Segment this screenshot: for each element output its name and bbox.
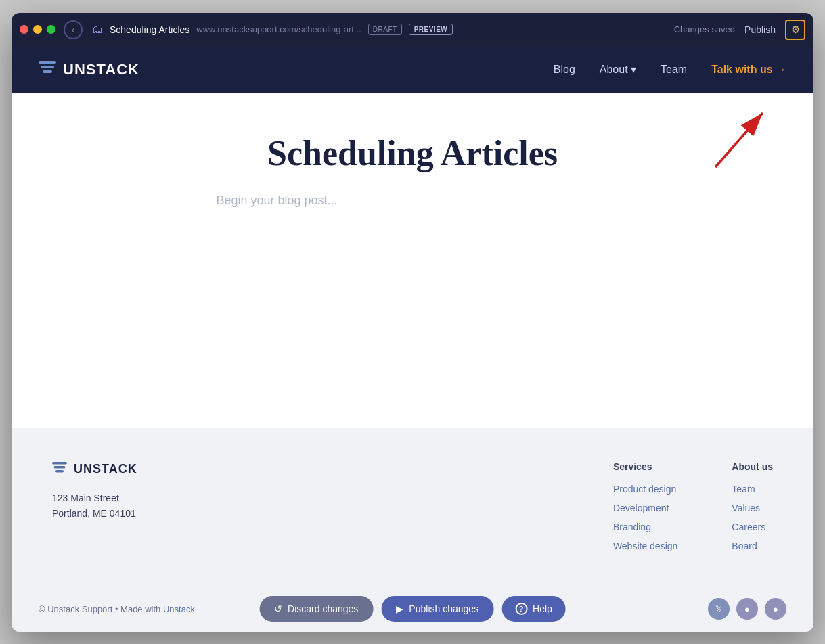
- page-title-label: Scheduling Articles: [110, 24, 189, 35]
- nav-cta[interactable]: Talk with us →: [711, 64, 786, 76]
- publish-top-button[interactable]: Publish: [744, 24, 776, 35]
- list-item: Product design: [613, 483, 677, 495]
- footer-logo-icon: [52, 461, 67, 477]
- social-icon-3[interactable]: ●: [765, 598, 786, 620]
- list-item: Board: [732, 540, 773, 552]
- footer-services-col: Services Product design Development Bran…: [613, 461, 677, 559]
- bottom-bar: © Unstack Support • Made with Unstack ↺ …: [12, 586, 813, 632]
- footer-about-link-0[interactable]: Team: [732, 484, 755, 495]
- navbar: UNSTACK Blog About ▾ Team Talk with us →: [12, 47, 813, 93]
- traffic-lights: [20, 25, 55, 34]
- svg-rect-7: [55, 470, 64, 473]
- help-label: Help: [533, 603, 552, 614]
- list-item: Careers: [732, 521, 773, 533]
- window-body: Scheduling Articles Begin your blog post…: [12, 93, 813, 632]
- titlebar-center: 🗂 Scheduling Articles www.unstacksupport…: [92, 24, 674, 36]
- footer-about-link-1[interactable]: Values: [732, 503, 760, 513]
- footer-top: UNSTACK 123 Main Street Portland, ME 041…: [52, 461, 773, 559]
- list-item: Website design: [613, 540, 677, 552]
- discard-icon: ↺: [274, 603, 282, 614]
- copyright-link[interactable]: Unstack: [163, 604, 195, 614]
- twitter-icon[interactable]: 𝕏: [708, 598, 730, 620]
- footer-logo: UNSTACK: [52, 461, 242, 477]
- social-icon-2[interactable]: ●: [736, 598, 758, 620]
- close-button[interactable]: [20, 25, 28, 34]
- svg-rect-0: [39, 61, 56, 64]
- list-item: Values: [732, 502, 773, 514]
- footer-services-heading: Services: [613, 461, 677, 472]
- footer-services-link-2[interactable]: Branding: [613, 522, 651, 532]
- footer-about-link-2[interactable]: Careers: [732, 522, 765, 532]
- footer-logo-section: UNSTACK 123 Main Street Portland, ME 041…: [52, 461, 242, 559]
- footer-address: 123 Main Street Portland, ME 04101: [52, 490, 242, 523]
- preview-badge[interactable]: PREVIEW: [409, 24, 453, 35]
- svg-rect-1: [41, 66, 54, 68]
- footer-services-link-0[interactable]: Product design: [613, 484, 676, 495]
- footer-about-heading: About us: [732, 461, 773, 472]
- footer-about-link-3[interactable]: Board: [732, 540, 757, 551]
- nav-team[interactable]: Team: [661, 64, 687, 76]
- footer-address-line2: Portland, ME 04101: [52, 506, 242, 522]
- app-window: ‹ 🗂 Scheduling Articles www.unstacksuppo…: [12, 13, 813, 632]
- minimize-button[interactable]: [33, 25, 42, 34]
- maximize-button[interactable]: [47, 25, 55, 34]
- discard-changes-button[interactable]: ↺ Discard changes: [259, 596, 373, 622]
- publish-changes-label: Publish changes: [409, 603, 478, 614]
- bottom-actions: ↺ Discard changes ▶ Publish changes ? He…: [259, 596, 566, 622]
- footer-services-list: Product design Development Branding Webs…: [613, 483, 677, 552]
- svg-rect-2: [43, 70, 52, 73]
- gear-icon: ⚙: [791, 24, 800, 36]
- titlebar: ‹ 🗂 Scheduling Articles www.unstacksuppo…: [12, 13, 813, 47]
- changes-saved-label: Changes saved: [674, 24, 735, 34]
- article-placeholder[interactable]: Begin your blog post...: [217, 193, 690, 208]
- footer: UNSTACK 123 Main Street Portland, ME 041…: [12, 428, 813, 586]
- copyright-text: © Unstack Support • Made with Unstack: [39, 604, 195, 614]
- list-item: Branding: [613, 521, 677, 533]
- svg-rect-5: [52, 462, 67, 465]
- draft-badge: DRAFT: [368, 24, 402, 35]
- publish-icon: ▶: [396, 603, 403, 614]
- list-item: Development: [613, 502, 677, 514]
- footer-links: Services Product design Development Bran…: [613, 461, 773, 559]
- help-button[interactable]: ? Help: [501, 596, 566, 622]
- back-button[interactable]: ‹: [64, 20, 83, 39]
- help-icon: ?: [515, 603, 527, 615]
- publish-changes-button[interactable]: ▶ Publish changes: [381, 596, 493, 622]
- nav-links: Blog About ▾ Team Talk with us →: [554, 63, 786, 76]
- nav-blog[interactable]: Blog: [554, 64, 575, 76]
- svg-rect-6: [54, 466, 66, 469]
- footer-services-link-3[interactable]: Website design: [613, 540, 677, 551]
- settings-button[interactable]: ⚙: [785, 20, 805, 40]
- logo-text: UNSTACK: [63, 61, 139, 78]
- social-icons: 𝕏 ● ●: [708, 598, 786, 620]
- page-icon: 🗂: [92, 24, 103, 36]
- page-url-label: www.unstacksupport.com/scheduling-art...: [196, 24, 361, 34]
- nav-about[interactable]: About ▾: [600, 63, 636, 76]
- logo: UNSTACK: [39, 61, 139, 78]
- footer-logo-text: UNSTACK: [74, 462, 137, 476]
- footer-about-col: About us Team Values Careers Board: [732, 461, 773, 559]
- footer-services-link-1[interactable]: Development: [613, 503, 669, 513]
- footer-address-line1: 123 Main Street: [52, 490, 242, 507]
- footer-about-list: Team Values Careers Board: [732, 483, 773, 552]
- titlebar-right: Changes saved Publish ⚙: [674, 20, 805, 40]
- discard-label: Discard changes: [288, 603, 358, 614]
- logo-icon: [39, 61, 56, 78]
- article-title[interactable]: Scheduling Articles: [267, 133, 558, 173]
- list-item: Team: [732, 483, 773, 495]
- main-content[interactable]: Scheduling Articles Begin your blog post…: [12, 93, 813, 428]
